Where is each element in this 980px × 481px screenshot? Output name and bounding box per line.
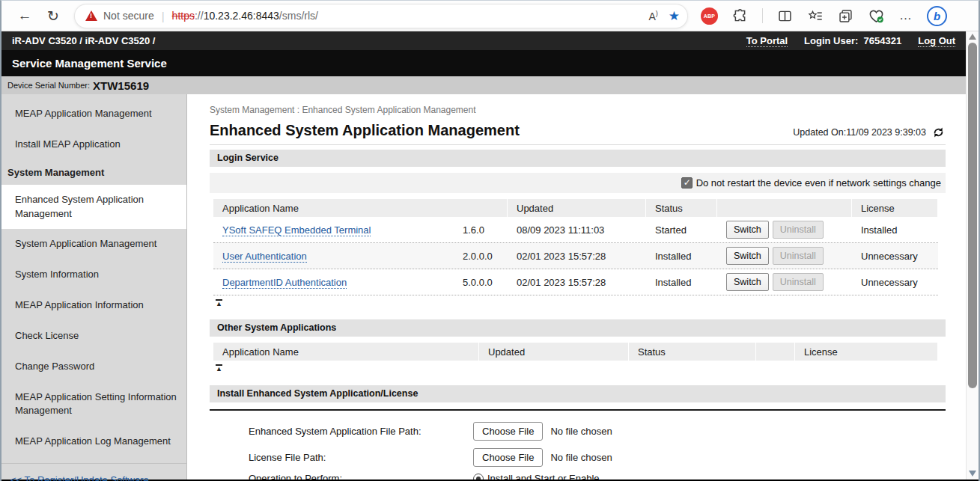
refresh-icon[interactable]: ↻ — [42, 4, 64, 27]
url-path: /sms/rls/ — [279, 10, 318, 22]
app-version: 1.6.0 — [457, 218, 508, 242]
choose-file-button-application[interactable]: Choose File — [473, 422, 543, 441]
favorite-star-icon[interactable]: ★ — [669, 8, 680, 24]
uninstall-button[interactable]: Uninstall — [773, 247, 824, 265]
toolbar-divider — [762, 8, 763, 23]
app-link-departmentid-authentication[interactable]: DepartmentID Authentication — [222, 277, 347, 289]
choose-file-button-license[interactable]: Choose File — [473, 448, 543, 467]
table-row: DepartmentID Authentication 5.0.0.0 02/0… — [213, 269, 938, 295]
sidebar-item-meap-application-information[interactable]: MEAP Application Information — [1, 290, 186, 321]
column-actions — [756, 343, 795, 361]
back-icon[interactable]: ← — [13, 4, 36, 27]
app-version: 5.0.0.0 — [457, 270, 508, 295]
app-file-path-label: Enhanced System Application File Path: — [249, 426, 473, 437]
to-portal-link[interactable]: To Portal — [746, 35, 788, 47]
adblock-plus-icon[interactable]: ABP — [701, 7, 718, 25]
app-status: Installed — [646, 270, 717, 295]
column-application-name: Application Name — [213, 343, 479, 361]
sidebar-item-check-license[interactable]: Check License — [1, 321, 186, 352]
switch-button[interactable]: Switch — [726, 221, 769, 239]
back-to-top-icon[interactable]: ▲ — [216, 299, 222, 308]
column-application-name: Application Name — [213, 199, 508, 217]
device-breadcrumb: iR-ADV C3520 / iR-ADV C3520 / — [12, 35, 155, 46]
refresh-sync-icon[interactable] — [931, 126, 946, 139]
sidebar-item-install-meap-application[interactable]: Install MEAP Application — [1, 129, 186, 160]
table-row: YSoft SAFEQ Embedded Terminal 1.6.0 08/0… — [213, 217, 938, 243]
sidebar-item-meap-application-log-management[interactable]: MEAP Application Log Management — [1, 426, 186, 457]
sidebar: MEAP Application Management Install MEAP… — [1, 94, 187, 480]
address-bar[interactable]: Not secure | https://10.23.2.46:8443/sms… — [75, 4, 687, 28]
split-screen-icon[interactable] — [777, 8, 793, 24]
column-status: Status — [646, 199, 717, 217]
address-divider: | — [162, 10, 165, 22]
main-content: System Management : Enhanced System Appl… — [187, 94, 966, 480]
collections-icon[interactable] — [838, 8, 853, 24]
license-file-path-label: License File Path: — [249, 452, 473, 463]
other-apps-heading: Other System Applications — [210, 319, 946, 337]
login-user: Login User: 7654321 — [804, 35, 901, 46]
sidebar-item-system-application-management[interactable]: System Application Management — [1, 229, 186, 260]
no-restart-checkbox-label: Do not restart the device even if networ… — [696, 177, 941, 189]
serial-number-label: Device Serial Number: — [7, 81, 90, 90]
switch-button[interactable]: Switch — [726, 273, 769, 291]
app-license: Installed — [852, 218, 938, 242]
browser-toolbar: ← ↻ Not secure | https://10.23.2.46:8443… — [1, 1, 979, 31]
column-updated: Updated — [508, 199, 646, 217]
app-license: Unnecessary — [852, 270, 938, 295]
install-section-heading: Install Enhanced System Application/Lice… — [210, 385, 946, 402]
uninstall-button[interactable]: Uninstall — [773, 221, 824, 239]
other-apps-table: Application Name Updated Status License — [213, 343, 938, 361]
sidebar-item-enhanced-system-application-management[interactable]: Enhanced System Application Management — [1, 185, 186, 230]
app-license: Unnecessary — [852, 244, 938, 269]
back-to-top-icon[interactable]: ▲ — [216, 364, 222, 373]
url-text[interactable]: https://10.23.2.46:8443/sms/rls/ — [172, 10, 318, 22]
column-license: License — [852, 199, 938, 217]
page-title: Enhanced System Application Management — [210, 122, 520, 139]
column-updated: Updated — [479, 343, 629, 361]
security-warning-label[interactable]: Not secure — [103, 10, 154, 22]
serial-number-value: XTW15619 — [93, 79, 149, 92]
read-aloud-icon[interactable]: A) — [648, 10, 657, 22]
column-status: Status — [629, 343, 756, 361]
log-out-link[interactable]: Log Out — [918, 35, 955, 47]
app-updated: 02/01 2023 15:57:28 — [508, 244, 646, 269]
scrollbar-down-icon[interactable] — [969, 471, 976, 477]
app-status: Started — [646, 218, 717, 242]
table-header-row: Application Name Updated Status License — [213, 199, 938, 217]
switch-button[interactable]: Switch — [726, 247, 769, 265]
sidebar-item-system-information[interactable]: System Information — [1, 260, 186, 290]
settings-more-icon[interactable]: … — [899, 8, 913, 23]
serial-number-bar: Device Serial Number: XTW15619 — [1, 76, 966, 94]
app-link-user-authentication[interactable]: User Authentication — [222, 251, 307, 263]
app-link-ysoft-safeq[interactable]: YSoft SAFEQ Embedded Terminal — [222, 224, 371, 236]
breadcrumb: System Management : Enhanced System Appl… — [210, 105, 946, 115]
favorites-icon[interactable] — [807, 8, 824, 24]
url-separator: :// — [195, 10, 204, 22]
app-status: Installed — [646, 244, 717, 269]
browser-window: ← ↻ Not secure | https://10.23.2.46:8443… — [0, 0, 980, 481]
url-host: 10.23.2.46:8443 — [204, 10, 279, 22]
app-updated: 08/09 2023 11:11:03 — [508, 218, 646, 242]
security-warning-icon[interactable] — [85, 10, 97, 21]
service-title-bar: Service Management Service — [1, 50, 966, 76]
no-restart-checkbox[interactable] — [681, 177, 693, 189]
app-updated: 02/01 2023 15:57:28 — [508, 270, 646, 295]
sidebar-item-meap-application-setting-information-management[interactable]: MEAP Application Setting Information Man… — [1, 382, 186, 427]
device-breadcrumb-bar: iR-ADV C3520 / iR-ADV C3520 / To Portal … — [1, 31, 966, 50]
sidebar-item-change-password[interactable]: Change Password — [1, 352, 186, 382]
radio-install-and-start[interactable] — [473, 474, 484, 480]
uninstall-button[interactable]: Uninstall — [773, 273, 824, 291]
page-scrollbar[interactable] — [966, 31, 979, 480]
service-title: Service Management Service — [12, 57, 167, 70]
radio-install-and-start-label: Install and Start or Enable — [487, 473, 600, 480]
file-chosen-status: No file chosen — [550, 452, 612, 463]
sidebar-item-meap-application-management[interactable]: MEAP Application Management — [1, 99, 186, 129]
table-header-row: Application Name Updated Status License — [213, 343, 938, 361]
extensions-puzzle-icon[interactable] — [732, 8, 748, 24]
scrollbar-up-icon[interactable] — [969, 34, 976, 40]
bing-copilot-icon[interactable]: b — [927, 6, 947, 26]
updated-on-text: Updated On:11/09 2023 9:39:03 — [793, 127, 926, 138]
browser-essentials-icon[interactable] — [868, 8, 885, 24]
to-register-update-software-link[interactable]: << To Register/Update Software — [10, 474, 149, 481]
scrollbar-thumb[interactable] — [968, 43, 977, 388]
